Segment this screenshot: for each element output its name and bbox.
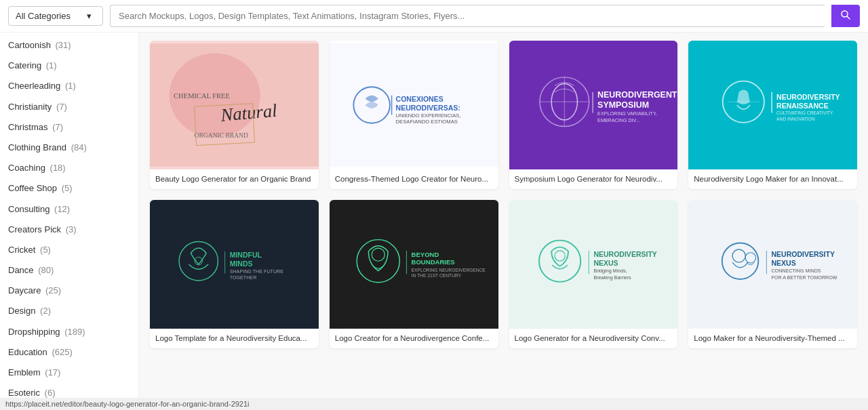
status-bar: https://placeit.net/editor/beauty-logo-g… <box>0 398 868 410</box>
svg-text:NEURODIVERGENT: NEURODIVERGENT <box>597 90 677 100</box>
svg-text:CULTIVATING CREATIVITY: CULTIVATING CREATIVITY <box>776 110 833 115</box>
sidebar-item-cheerleading[interactable]: Cheerleading (1) <box>0 76 138 96</box>
svg-text:NEXUS: NEXUS <box>593 259 618 267</box>
svg-text:NEURODIVERSITY: NEURODIVERSITY <box>772 250 835 258</box>
svg-text:EXPLORING VARIABILITY,: EXPLORING VARIABILITY, <box>597 111 657 117</box>
sidebar-item-daycare[interactable]: Daycare (25) <box>0 281 138 301</box>
svg-rect-28 <box>772 92 772 113</box>
svg-text:IN THE 21ST CENTURY: IN THE 21ST CENTURY <box>411 273 461 278</box>
svg-text:ORGANIC BRAND: ORGANIC BRAND <box>195 131 248 139</box>
card-title: Beauty Logo Generator for an Organic Bra… <box>150 169 319 189</box>
search-button[interactable] <box>831 5 860 27</box>
sidebar-item-education[interactable]: Education (625) <box>0 342 138 363</box>
sidebar-item-coaching[interactable]: Coaching (18) <box>0 158 138 178</box>
svg-text:SYMPOSIUM: SYMPOSIUM <box>597 100 649 110</box>
svg-text:FOR A BETTER TOMORROW: FOR A BETTER TOMORROW <box>772 275 837 281</box>
sidebar-item-creators-pick[interactable]: Creators Pick (3) <box>0 220 138 240</box>
sidebar-item-design[interactable]: Design (2) <box>0 301 138 321</box>
svg-rect-52 <box>588 251 589 274</box>
svg-text:NEURODIVERSITY: NEURODIVERSITY <box>593 250 657 258</box>
svg-text:DESAFIANDO ESTIOMAS: DESAFIANDO ESTIOMAS <box>395 119 457 125</box>
sidebar-item-clothing-brand[interactable]: Clothing Brand (84) <box>0 138 138 158</box>
svg-text:BOUNDARIES: BOUNDARIES <box>411 258 454 266</box>
sidebar-item-cartoonish[interactable]: Cartoonish (31) <box>0 35 138 56</box>
svg-text:Bridging Minds,: Bridging Minds, <box>593 268 627 274</box>
status-url: https://placeit.net/editor/beauty-logo-g… <box>5 400 250 408</box>
card-organic-beauty[interactable]: CHEMICAL FREE Natural ORGANIC BRAND Beau… <box>150 41 319 189</box>
svg-rect-10 <box>391 96 392 115</box>
svg-text:EMBRACING DIV...: EMBRACING DIV... <box>597 118 640 123</box>
sidebar-item-christianity[interactable]: Christianity (7) <box>0 97 138 117</box>
main-layout: Cartoonish (31) Catering (1) Cheerleadin… <box>0 33 868 410</box>
sidebar-item-dropshipping[interactable]: Dropshipping (189) <box>0 322 138 342</box>
sidebar: Cartoonish (31) Catering (1) Cheerleadin… <box>0 33 139 410</box>
svg-text:MINDFUL: MINDFUL <box>230 251 262 259</box>
card-neurodiversity-nexus[interactable]: NEURODIVERSITY NEXUS Bridging Minds, Bre… <box>509 200 678 348</box>
svg-text:AND INNOVATION: AND INNOVATION <box>776 117 815 121</box>
svg-text:EXPLORING NEURODIVERGENCE: EXPLORING NEURODIVERGENCE <box>411 267 486 272</box>
svg-text:SHAPING THE FUTURE: SHAPING THE FUTURE <box>230 269 284 274</box>
svg-text:CONNECTING MINDS: CONNECTING MINDS <box>772 268 821 274</box>
svg-rect-25 <box>688 43 857 167</box>
card-congress-neuro[interactable]: CONEXIONES NEURODIVERSAS: UNIENDO EXPERI… <box>330 41 498 189</box>
svg-rect-15 <box>509 43 678 167</box>
svg-text:CHEMICAL FREE: CHEMICAL FREE <box>174 92 230 100</box>
card-title: Logo Generator for a Neurodiversity Conv… <box>509 329 678 348</box>
svg-text:NEURODIVERSAS:: NEURODIVERSAS: <box>395 104 460 112</box>
svg-text:CONEXIONES: CONEXIONES <box>395 95 443 103</box>
chevron-down-icon: ▾ <box>87 11 92 21</box>
svg-text:NEURODIVERSITY: NEURODIVERSITY <box>776 93 840 101</box>
card-grid: CHEMICAL FREE Natural ORGANIC BRAND Beau… <box>150 41 857 348</box>
search-icon <box>841 10 850 22</box>
content-area: CHEMICAL FREE Natural ORGANIC BRAND Beau… <box>139 33 868 410</box>
card-title: Neurodiversity Logo Maker for an Innovat… <box>688 169 857 189</box>
sidebar-item-coffee-shop[interactable]: Coffee Shop (5) <box>0 178 138 199</box>
svg-text:UNIENDO EXPERIENCIAS,: UNIENDO EXPERIENCIAS, <box>395 112 460 119</box>
category-label: All Categories <box>16 11 71 21</box>
svg-text:BEYOND: BEYOND <box>411 250 439 258</box>
svg-text:RENAISSANCE: RENAISSANCE <box>776 102 829 110</box>
card-title: Logo Creator for a Neurodivergence Confe… <box>330 329 498 348</box>
sidebar-item-dance[interactable]: Dance (80) <box>0 260 138 281</box>
svg-rect-44 <box>406 251 407 274</box>
sidebar-item-catering[interactable]: Catering (1) <box>0 56 138 76</box>
card-title: Symposium Logo Generator for Neurodiv... <box>509 169 678 189</box>
card-symposium[interactable]: NEURODIVERGENT SYMPOSIUM EXPLORING VARIA… <box>509 41 678 189</box>
category-dropdown[interactable]: All Categories ▾ <box>8 6 103 26</box>
svg-text:NEXUS: NEXUS <box>772 259 796 267</box>
card-title: Logo Template for a Neurodiversity Educa… <box>150 329 319 348</box>
header: All Categories ▾ <box>0 0 868 33</box>
svg-text:Breaking Barriers: Breaking Barriers <box>593 275 631 281</box>
card-title: Logo Maker for a Neurodiversity-Themed .… <box>688 329 857 348</box>
card-mindful-minds[interactable]: MINDFUL MINDS SHAPING THE FUTURE TOGETHE… <box>150 200 319 348</box>
svg-line-1 <box>847 16 850 19</box>
svg-text:MINDS: MINDS <box>230 260 253 268</box>
search-input[interactable] <box>110 5 825 27</box>
svg-text:TOGETHER: TOGETHER <box>230 275 257 281</box>
sidebar-item-cricket[interactable]: Cricket (5) <box>0 240 138 260</box>
sidebar-item-christmas[interactable]: Christmas (7) <box>0 117 138 138</box>
card-title: Congress-Themed Logo Creator for Neuro..… <box>330 169 498 189</box>
svg-rect-61 <box>766 251 767 274</box>
card-neurodiversity-nexus2[interactable]: NEURODIVERSITY NEXUS CONNECTING MINDS FO… <box>688 200 857 348</box>
card-neurodiversity-cyan[interactable]: NEURODIVERSITY RENAISSANCE CULTIVATING C… <box>688 41 857 189</box>
svg-rect-20 <box>592 92 593 113</box>
svg-rect-36 <box>224 251 225 274</box>
card-beyond-boundaries[interactable]: BEYOND BOUNDARIES EXPLORING NEURODIVERGE… <box>330 200 498 348</box>
sidebar-item-consulting[interactable]: Consulting (12) <box>0 199 138 220</box>
sidebar-item-emblem[interactable]: Emblem (17) <box>0 363 138 383</box>
